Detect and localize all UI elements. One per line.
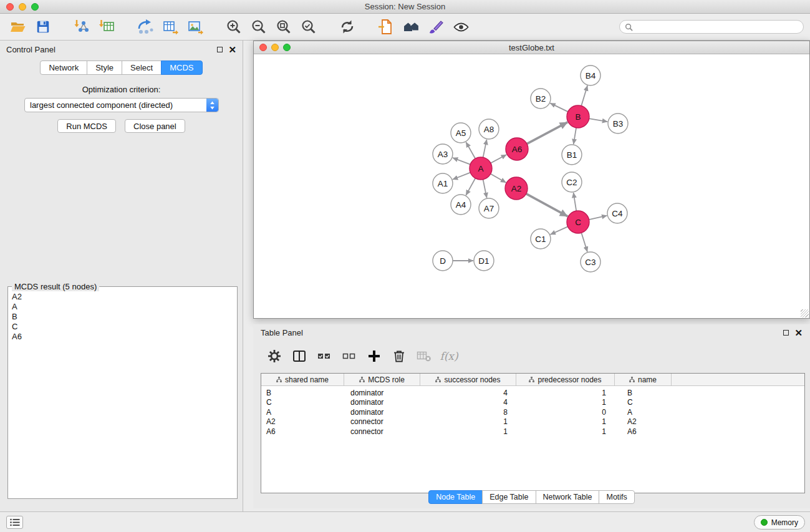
- refresh-view-button[interactable]: [338, 17, 357, 37]
- table-row-A2[interactable]: A2connector11A2: [261, 417, 804, 427]
- document-button[interactable]: [377, 17, 395, 37]
- edge-B-B4[interactable]: [581, 85, 587, 106]
- edge-B-B3[interactable]: [589, 118, 608, 122]
- show-hide-button[interactable]: [451, 17, 470, 37]
- node-table[interactable]: shared nameMCDS rolesuccessor nodesprede…: [261, 373, 805, 493]
- node-C3[interactable]: C3: [581, 252, 600, 272]
- column-header-predecessor-nodes[interactable]: predecessor nodes: [516, 374, 615, 385]
- node-D1[interactable]: D1: [474, 251, 494, 271]
- toolbar-search[interactable]: [619, 20, 804, 34]
- node-A8[interactable]: A8: [479, 119, 499, 139]
- import-network-button[interactable]: [72, 17, 91, 37]
- column-header-MCDS-role[interactable]: MCDS role: [344, 374, 420, 385]
- node-C[interactable]: C: [567, 211, 589, 233]
- float-panel-icon[interactable]: [217, 47, 223, 52]
- node-A1[interactable]: A1: [433, 173, 453, 193]
- home-button[interactable]: [402, 17, 420, 37]
- mcds-result-item[interactable]: A2: [12, 292, 233, 302]
- table-row-B[interactable]: Bdominator41B: [261, 388, 804, 398]
- edge-A-A3[interactable]: [453, 158, 470, 165]
- tab-node-table[interactable]: Node Table: [428, 490, 483, 504]
- save-session-button[interactable]: [34, 17, 52, 37]
- table-row-C[interactable]: Cdominator41C: [261, 398, 804, 408]
- edge-B-B2[interactable]: [550, 103, 567, 112]
- table-settings-button[interactable]: [267, 349, 282, 364]
- column-header-shared-name[interactable]: shared name: [261, 374, 344, 385]
- select-all-button[interactable]: [317, 349, 332, 364]
- tab-network[interactable]: Network: [40, 60, 87, 75]
- close-panel-icon[interactable]: ✕: [228, 45, 236, 54]
- mcds-result-item[interactable]: A: [12, 302, 233, 312]
- tab-mcds[interactable]: MCDS: [161, 60, 202, 75]
- function-builder-button[interactable]: f(x): [441, 349, 456, 364]
- node-B3[interactable]: B3: [608, 114, 628, 133]
- network-graph[interactable]: B4B2BB3A5A8A6A3B1AC2A1A2A4A7C4CC1DD1C3: [254, 54, 809, 318]
- node-B1[interactable]: B1: [562, 145, 582, 165]
- edge-A2-C[interactable]: [526, 194, 568, 216]
- import-table-button[interactable]: [97, 17, 116, 37]
- close-panel-button[interactable]: Close panel: [125, 119, 185, 133]
- edge-C-C2[interactable]: [574, 193, 577, 211]
- close-table-panel-icon[interactable]: ✕: [794, 328, 803, 337]
- export-image-button[interactable]: [186, 17, 205, 37]
- edge-C-C4[interactable]: [589, 216, 607, 220]
- node-A2[interactable]: A2: [505, 177, 528, 200]
- zoom-fit-button[interactable]: [274, 17, 293, 37]
- style-brush-button[interactable]: [427, 17, 445, 37]
- node-A4[interactable]: A4: [451, 195, 471, 215]
- table-row-A6[interactable]: A6connector11A6: [261, 427, 804, 437]
- network-zoom-button[interactable]: [283, 44, 291, 51]
- task-history-button[interactable]: [6, 516, 23, 529]
- memory-button[interactable]: Memory: [754, 515, 805, 530]
- mcds-result-item[interactable]: B: [12, 312, 233, 322]
- mcds-result-item[interactable]: A6: [12, 332, 233, 342]
- table-row-A[interactable]: Adominator80A: [261, 407, 804, 417]
- open-session-button[interactable]: [9, 17, 27, 37]
- edge-B-B1[interactable]: [574, 128, 576, 144]
- network-minimize-button[interactable]: [271, 44, 279, 51]
- minimize-window-button[interactable]: [19, 3, 26, 11]
- tab-motifs[interactable]: Motifs: [599, 490, 634, 504]
- float-table-panel-icon[interactable]: [783, 330, 789, 336]
- export-network-button[interactable]: [136, 17, 155, 37]
- insert-column-button[interactable]: [292, 349, 307, 364]
- edge-A-A8[interactable]: [483, 140, 487, 158]
- resize-grip[interactable]: [801, 309, 809, 317]
- node-A6[interactable]: A6: [506, 138, 528, 160]
- criterion-dropdown[interactable]: largest connected component (directed): [24, 98, 219, 112]
- node-C2[interactable]: C2: [562, 172, 582, 192]
- edge-A-A5[interactable]: [466, 142, 475, 158]
- network-close-button[interactable]: [259, 44, 267, 51]
- add-row-button[interactable]: [367, 349, 382, 364]
- delete-table-button[interactable]: [417, 349, 432, 364]
- mcds-result-list[interactable]: A2ABCA6: [8, 287, 237, 498]
- node-D[interactable]: D: [433, 251, 453, 271]
- column-header-name[interactable]: name: [615, 374, 672, 385]
- delete-row-button[interactable]: [392, 349, 407, 364]
- edge-A-A2[interactable]: [491, 174, 506, 183]
- zoom-window-button[interactable]: [31, 3, 39, 11]
- node-B4[interactable]: B4: [581, 65, 600, 85]
- network-canvas[interactable]: B4B2BB3A5A8A6A3B1AC2A1A2A4A7C4CC1DD1C3: [254, 54, 809, 318]
- tab-edge-table[interactable]: Edge Table: [482, 490, 536, 504]
- unselect-all-button[interactable]: [342, 349, 357, 364]
- node-A[interactable]: A: [470, 157, 492, 180]
- node-A7[interactable]: A7: [479, 198, 499, 218]
- export-table-button[interactable]: [161, 17, 180, 37]
- run-mcds-button[interactable]: Run MCDS: [57, 119, 116, 133]
- edge-A-A7[interactable]: [483, 180, 487, 198]
- tab-network-table[interactable]: Network Table: [536, 490, 600, 504]
- network-window-titlebar[interactable]: testGlobe.txt: [254, 41, 809, 54]
- search-input[interactable]: [636, 22, 798, 31]
- edge-C-C3[interactable]: [581, 233, 587, 252]
- edge-A-A6[interactable]: [491, 155, 506, 163]
- mcds-result-item[interactable]: C: [12, 322, 233, 332]
- zoom-in-button[interactable]: [224, 17, 243, 37]
- tab-style[interactable]: Style: [87, 60, 122, 75]
- edge-A6-B[interactable]: [527, 122, 567, 144]
- node-C1[interactable]: C1: [531, 229, 551, 249]
- close-window-button[interactable]: [6, 3, 14, 11]
- zoom-out-button[interactable]: [249, 17, 268, 37]
- column-header-successor-nodes[interactable]: successor nodes: [420, 374, 516, 385]
- node-A3[interactable]: A3: [433, 144, 453, 164]
